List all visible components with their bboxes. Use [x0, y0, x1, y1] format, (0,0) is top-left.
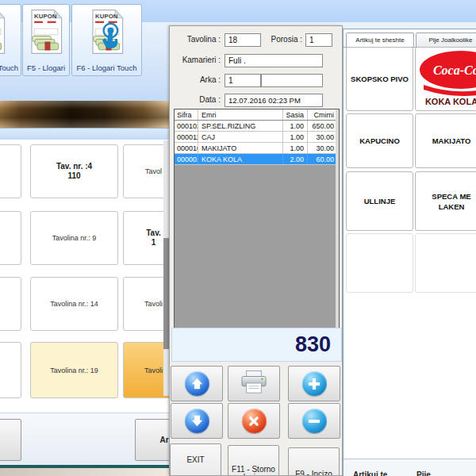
delete-item-button[interactable]: [228, 403, 280, 439]
bottom-bar-button-label: Ar: [159, 436, 168, 444]
tab-artikuj-te-sheshte[interactable]: Artikuj te sheshte: [346, 33, 414, 47]
cell-sifra: 000011: [175, 132, 198, 142]
cell-cmimi: 650.00: [308, 121, 336, 131]
cell-emri: KOKA KOLA: [198, 154, 283, 164]
toolbar-button-f6-llogari-touch[interactable]: KUPON F6 - Llogari Touch: [71, 4, 142, 76]
table-button-tavolina-19[interactable]: Tavolina nr.: 19: [30, 342, 118, 398]
product-button-empty[interactable]: [346, 233, 413, 293]
arka-field[interactable]: 1: [225, 74, 261, 87]
column-header-sifra[interactable]: Sifra: [175, 109, 198, 120]
toolbar-button-f5-llogari[interactable]: KUPON F5 - Llogari: [22, 4, 70, 76]
svg-text:KUPON: KUPON: [34, 13, 57, 20]
printer-icon: [240, 370, 268, 398]
cell-sifra: 000010: [175, 143, 198, 153]
arka-field-2[interactable]: [261, 74, 323, 87]
touch-gesture-icon: [99, 22, 125, 55]
minus-icon: [302, 409, 327, 433]
product-label: KAPUCINO: [359, 136, 400, 146]
table-row[interactable]: 000010 MAKIJATO 1.00 30.00: [175, 143, 339, 154]
toolbar-button-label: F6 - Llogari Touch: [72, 63, 141, 72]
table-button-label: Tav. nr. :4: [56, 162, 92, 171]
kamarieri-field[interactable]: Fuli .: [225, 54, 323, 67]
exit-button[interactable]: EXIT: [170, 443, 221, 476]
bottom-tab-strip-cropped: Artikuj te Pije: [344, 459, 476, 476]
scrollbar-thumb[interactable]: [163, 238, 169, 349]
table-button-label: Tavoli: [144, 366, 163, 375]
column-header-emri[interactable]: Emri: [198, 109, 283, 120]
bottom-tab-artikuj[interactable]: Artikuj te: [353, 470, 387, 476]
kupon-receipt-icon: KUPON: [29, 9, 63, 58]
tab-label: Artikuj te sheshte: [355, 36, 404, 44]
porosia-label: Porosia :: [257, 35, 302, 44]
kamarieri-label: Kamarieri :: [170, 56, 221, 64]
cell-cmimi: 30.00: [308, 143, 336, 153]
tab-label: Pije Joalkoolike: [428, 36, 472, 44]
increase-quantity-button[interactable]: [288, 366, 340, 401]
cell-emri: CAJ: [198, 132, 283, 142]
toolbar-button-label: Touch: [0, 63, 21, 72]
product-label: KOKA KOLA: [416, 97, 476, 107]
kupon-receipt-icon: KUPON: [0, 9, 6, 58]
left-grid-scrollbar[interactable]: [163, 140, 169, 396]
product-label: SPECA ME LAKEN: [424, 191, 476, 212]
table-button-label: Tavolina nr.: 14: [50, 299, 98, 309]
cell-emri: MAKIJATO: [198, 143, 283, 153]
order-total: 830: [171, 328, 342, 362]
table-button[interactable]: [0, 342, 21, 398]
decrease-quantity-button[interactable]: [288, 403, 340, 439]
cell-cmimi: 30.00: [308, 132, 336, 142]
cell-sifra: 000001: [175, 154, 198, 164]
exit-button-label: EXIT: [186, 455, 204, 464]
up-arrow-icon: [185, 371, 209, 396]
table-row-selected[interactable]: 000001 KOKA KOLA 2.00 60.00: [175, 154, 339, 165]
table-button-tavolina-9[interactable]: Tavolina nr.: 9: [30, 211, 118, 265]
column-header-cmimi[interactable]: Cmimi: [308, 109, 336, 120]
table-row[interactable]: 000102 SP.SEL.RIZLING 1.00 650.00: [175, 121, 339, 132]
product-button-koka-kola[interactable]: Coca-Cola KOKA KOLA: [415, 47, 476, 111]
column-header-sasia[interactable]: Sasia: [283, 109, 308, 120]
cell-sifra: 000102: [175, 121, 198, 131]
product-button-speca-me-laken[interactable]: SPECA ME LAKEN: [415, 171, 476, 231]
down-arrow-icon: [185, 409, 209, 433]
table-button[interactable]: [0, 277, 21, 331]
toolbar-button-label: F5 - Llogari: [23, 63, 69, 72]
tab-pije-joalkoolike[interactable]: Pije Joalkoolike: [416, 33, 476, 47]
tavolina-label: Tavolina :: [170, 35, 221, 44]
coca-cola-logo-icon: Coca-Cola: [417, 50, 476, 103]
product-button-kapucino[interactable]: KAPUCINO: [346, 113, 413, 168]
bottom-bar-button-partial[interactable]: [0, 419, 21, 461]
move-down-button[interactable]: [171, 403, 223, 439]
svg-text:Coca-Cola: Coca-Cola: [433, 63, 476, 77]
product-button-ullinje[interactable]: ULLINJE: [346, 171, 413, 231]
product-label: ULLINJE: [364, 196, 396, 206]
table-button-label: 1: [152, 238, 156, 248]
plus-icon: [302, 371, 327, 396]
cell-cmimi: 60.00: [308, 154, 336, 164]
print-button[interactable]: [228, 366, 280, 401]
arka-label: Arka :: [170, 75, 221, 84]
tavolina-field[interactable]: 18: [225, 33, 261, 47]
bottom-tab-pije[interactable]: Pije: [416, 470, 431, 476]
move-up-button[interactable]: [171, 366, 223, 401]
product-label: MAKIJATO: [432, 136, 471, 146]
f9-button-label: F9 - Incizo: [295, 470, 332, 476]
product-button-empty[interactable]: [415, 233, 476, 293]
f11-storno-button[interactable]: F11 - Storno Incizo: [228, 445, 279, 476]
porosia-field[interactable]: 1: [305, 33, 332, 47]
product-button-makijato[interactable]: MAKIJATO: [415, 113, 476, 168]
table-button-tav-4[interactable]: Tav. nr. :4 110: [30, 144, 118, 198]
data-field[interactable]: 12.07.2016 02:23 PM: [225, 94, 323, 107]
cell-sasia: 1.00: [283, 143, 308, 153]
table-row[interactable]: 000011 CAJ 1.00 30.00: [175, 132, 339, 143]
table-button-tavolina-14[interactable]: Tavolina nr.: 14: [30, 277, 118, 331]
delete-x-icon: [242, 409, 267, 433]
table-button[interactable]: [0, 211, 21, 265]
table-scrollbar[interactable]: [336, 109, 339, 329]
cell-sasia: 1.00: [283, 121, 308, 131]
table-button[interactable]: [0, 144, 21, 198]
product-label: SKOPSKO PIVO: [351, 74, 409, 84]
toolbar-button-llogari-touch-partial[interactable]: KUPON Touch: [0, 4, 21, 76]
f9-incizo-button[interactable]: F9 - Incizo: [288, 447, 340, 476]
order-items-table: Sifra Emri Sasia Cmimi 000102 SP.SEL.RIZ…: [174, 109, 340, 330]
product-button-skopsko-pivo[interactable]: SKOPSKO PIVO: [346, 47, 413, 111]
